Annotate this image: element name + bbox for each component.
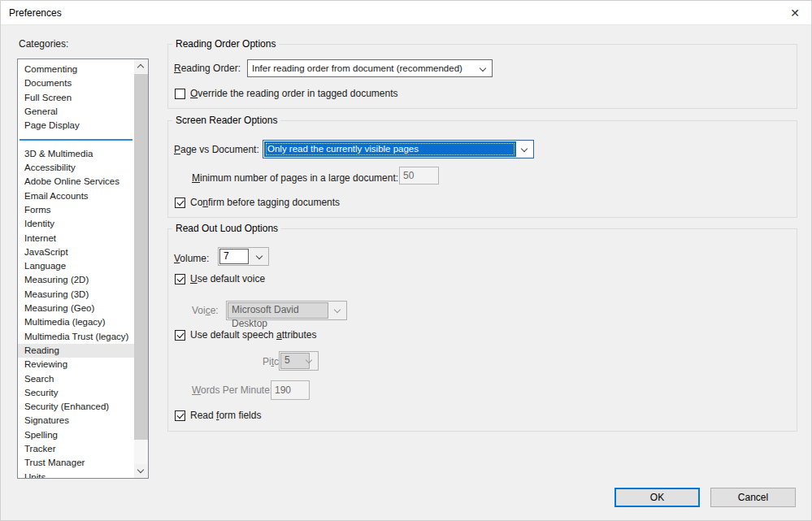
words-per-minute-label: Words Per Minute: <box>192 384 272 396</box>
group-title: Reading Order Options <box>172 38 279 50</box>
chevron-down-icon <box>521 145 528 152</box>
pitch-value: 5 <box>280 353 310 369</box>
words-per-minute-input: 190 <box>271 380 310 400</box>
category-separator <box>18 132 134 146</box>
voice-label: Voice: <box>192 305 219 316</box>
checkbox-box[interactable] <box>175 330 185 341</box>
category-item[interactable]: Reading <box>18 344 134 358</box>
category-item[interactable]: JavaScript <box>18 245 134 259</box>
voice-value: Microsoft David Desktop <box>228 302 328 319</box>
category-item[interactable]: Trust Manager <box>18 456 134 470</box>
category-item[interactable]: Multimedia (legacy) <box>18 315 134 329</box>
category-item[interactable]: 3D & Multimedia <box>18 147 134 161</box>
page-vs-document-dropdown[interactable]: Only read the currently visible pages <box>263 140 534 158</box>
use-default-speech-checkbox[interactable]: Use default speech attributes <box>175 330 419 342</box>
category-item[interactable]: Accessibility <box>18 161 134 175</box>
chevron-down-icon <box>480 65 486 72</box>
use-default-voice-checkbox[interactable]: Use default voice <box>175 274 419 286</box>
ok-button[interactable]: OK <box>614 488 700 507</box>
categories-list: CommentingDocumentsFull ScreenGeneralPag… <box>18 59 134 478</box>
scroll-up-button[interactable] <box>134 59 148 73</box>
category-item[interactable]: Language <box>18 259 134 273</box>
confirm-tagging-checkbox[interactable]: Confirm before tagging documents <box>175 198 500 210</box>
checkbox-label: Confirm before tagging documents <box>190 197 340 208</box>
category-item[interactable]: Commenting <box>18 63 134 76</box>
reading-order-label: Reading Order: <box>174 63 241 74</box>
list-scrollbar[interactable] <box>134 59 148 478</box>
category-item[interactable]: Documents <box>18 76 134 90</box>
categories-top-group: CommentingDocumentsFull ScreenGeneralPag… <box>18 63 134 132</box>
chevron-down-icon <box>256 253 263 259</box>
category-item[interactable]: Measuring (3D) <box>18 288 134 302</box>
checkbox-label: Use default speech attributes <box>190 329 316 341</box>
checkbox-box[interactable] <box>175 274 185 284</box>
chevron-up-icon <box>137 64 144 71</box>
category-item[interactable]: Adobe Online Services <box>18 175 134 189</box>
checkbox-box[interactable] <box>175 89 185 99</box>
category-item[interactable]: General <box>18 105 134 119</box>
category-item[interactable]: Security <box>18 386 134 400</box>
volume-label: Volume: <box>174 253 209 264</box>
window-title: Preferences <box>9 7 62 19</box>
category-item[interactable]: Units <box>18 471 134 478</box>
checkbox-box[interactable] <box>175 198 185 208</box>
categories-main-group: 3D & MultimediaAccessibilityAdobe Online… <box>18 147 134 478</box>
category-item[interactable]: Full Screen <box>18 91 134 105</box>
category-item[interactable]: Measuring (2D) <box>18 273 134 287</box>
scrollbar-thumb[interactable] <box>134 74 148 440</box>
category-item[interactable]: Identity <box>18 217 134 231</box>
checkbox-box[interactable] <box>175 410 185 421</box>
category-item[interactable]: Spelling <box>18 428 134 442</box>
category-item[interactable]: Multimedia Trust (legacy) <box>18 330 134 344</box>
group-title: Read Out Loud Options <box>172 223 281 234</box>
category-item[interactable]: Security (Enhanced) <box>18 400 134 414</box>
read-form-fields-checkbox[interactable]: Read form fields <box>175 410 419 423</box>
category-item[interactable]: Forms <box>18 203 134 217</box>
category-item[interactable]: Tracker <box>18 442 134 456</box>
close-icon[interactable]: ✕ <box>779 1 811 25</box>
min-pages-label: Minimum number of pages in a large docum… <box>192 172 398 184</box>
pitch-dropdown: 5 <box>279 351 319 371</box>
category-item[interactable]: Internet <box>18 232 134 245</box>
scroll-down-button[interactable] <box>134 464 148 478</box>
page-vs-document-value: Only read the currently visible pages <box>264 141 516 157</box>
categories-listbox: CommentingDocumentsFull ScreenGeneralPag… <box>17 59 149 479</box>
group-title: Screen Reader Options <box>172 115 280 126</box>
reading-order-dropdown[interactable]: Infer reading order from document (recom… <box>247 59 493 77</box>
page-vs-document-label: Page vs Document: <box>174 144 259 155</box>
chevron-down-icon <box>137 467 144 473</box>
min-pages-input[interactable]: 50 <box>399 167 439 185</box>
volume-value: 7 <box>219 249 249 264</box>
categories-label: Categories: <box>19 38 68 50</box>
checkbox-label: Override the reading order in tagged doc… <box>190 88 398 99</box>
voice-dropdown: Microsoft David Desktop <box>226 301 347 320</box>
checkbox-label: Use default voice <box>190 273 265 284</box>
cancel-button[interactable]: Cancel <box>710 488 796 507</box>
category-item[interactable]: Page Display <box>18 119 134 132</box>
chevron-down-icon <box>334 306 341 313</box>
volume-dropdown[interactable]: 7 <box>218 247 269 266</box>
title-bar: Preferences ✕ <box>1 1 811 25</box>
reading-order-value: Infer reading order from document (recom… <box>252 60 472 76</box>
category-item[interactable]: Reviewing <box>18 358 134 371</box>
override-reading-order-checkbox[interactable]: Override the reading order in tagged doc… <box>175 89 500 101</box>
category-item[interactable]: Email Accounts <box>18 189 134 203</box>
category-item[interactable]: Signatures <box>18 414 134 428</box>
checkbox-label: Read form fields <box>190 410 261 421</box>
category-item[interactable]: Measuring (Geo) <box>18 302 134 315</box>
category-item[interactable]: Search <box>18 372 134 386</box>
preferences-dialog: Preferences ✕ Categories: CommentingDocu… <box>0 0 812 521</box>
